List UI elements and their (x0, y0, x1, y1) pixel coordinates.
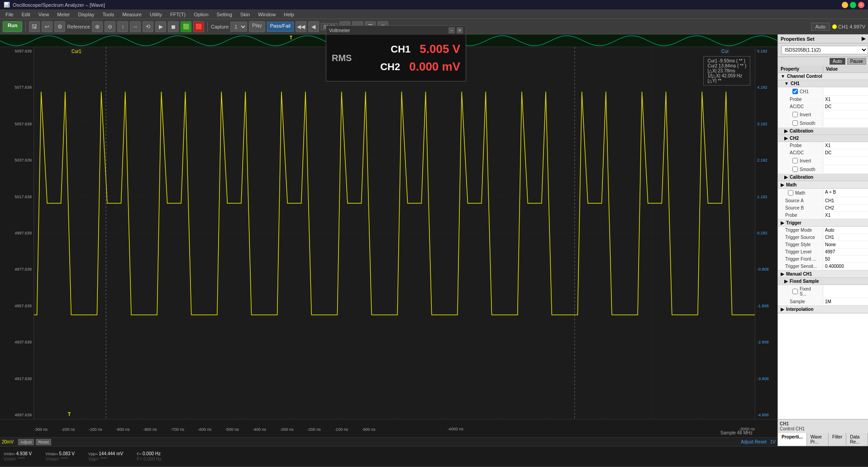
menu-utility[interactable]: Utility (146, 11, 166, 18)
ch1-value: 4.997V (849, 24, 865, 29)
math-checkbox[interactable] (788, 190, 793, 195)
math-section-header[interactable]: ▶ Math (778, 181, 868, 189)
x-axis-area: -300 ns -200 ns -100 ns -900 ns -800 ns … (0, 419, 777, 437)
menu-file[interactable]: File (2, 11, 17, 18)
toolbar-icon-5[interactable]: ⊖ (105, 21, 115, 32)
trigger-front-row: Trigger Front ... 50 (778, 256, 868, 263)
ch2-subsection-header[interactable]: ▶ CH2 (778, 135, 868, 142)
y-label-7: 4957.639 (2, 304, 32, 308)
scope-canvas (34, 47, 755, 419)
maximize-button[interactable]: □ (850, 2, 856, 8)
tab-wave[interactable]: Wave Pr... (807, 433, 829, 446)
tab-properties[interactable]: Properti... (778, 433, 807, 446)
tab-data[interactable]: Data Re... (846, 433, 868, 446)
toolbar-icon-3[interactable]: ⚙ (54, 21, 65, 32)
prev-nav[interactable]: ◀◀ (296, 21, 306, 32)
trigger-section-header[interactable]: ▶ Trigger (778, 219, 868, 227)
reset-button[interactable]: Reset (36, 439, 51, 445)
fixed-s-checkbox[interactable] (792, 289, 798, 294)
toolbar-separator (25, 22, 26, 32)
auto-button[interactable]: Auto (811, 23, 830, 31)
menu-tools[interactable]: Tools (99, 11, 118, 18)
capture-select[interactable]: 1 (230, 22, 247, 32)
interpolation-section: ▶ Interpolation (778, 306, 868, 314)
toolbar-icon-1[interactable]: 🖫 (29, 21, 40, 32)
menu-display[interactable]: Display (74, 11, 98, 18)
menu-measure[interactable]: Measure (119, 11, 145, 18)
trigger-style-row: Trigger Style None (778, 241, 868, 248)
ch2-smooth-checkbox[interactable] (792, 167, 798, 172)
menu-window[interactable]: Window (254, 11, 279, 18)
channel-control-header[interactable]: ▼ Channel Control (778, 73, 868, 80)
trigger-level-row: Trigger Level 4997 (778, 248, 868, 256)
prev-step[interactable]: ◀ (308, 21, 319, 32)
ch1-checkbox[interactable] (792, 89, 798, 94)
toolbar-icon-4[interactable]: ⊕ (92, 21, 103, 32)
adjust-button[interactable]: Adjust (18, 439, 34, 445)
smooth-checkbox[interactable] (792, 120, 798, 126)
toolbar-icon-6[interactable]: ↕ (117, 21, 128, 32)
toolbar-icon-9[interactable]: ▶ (155, 21, 166, 32)
toolbar-icon-7[interactable]: ↔ (130, 21, 141, 32)
f-stat: F= 0.000 Hz F= 0.000 Hz (137, 451, 162, 462)
math-probe-label: Probe (778, 212, 823, 218)
fixed-sample-header[interactable]: ▶ Fixed Sample (778, 278, 868, 285)
menu-setting[interactable]: Setting (213, 11, 236, 18)
vm-title: Voltmeter (329, 28, 350, 33)
menu-edit[interactable]: Edit (18, 11, 34, 18)
interp-expand-icon: ▶ (781, 307, 784, 312)
toolbar-icon-8[interactable]: ⟲ (143, 21, 153, 32)
menu-option[interactable]: Option (190, 11, 212, 18)
source-a-row: Source A CH1 (778, 197, 868, 205)
props-auto-button[interactable]: Auto (830, 58, 845, 65)
close-button[interactable]: ✕ (858, 2, 864, 8)
ch1-left-label: Cur1 (70, 49, 83, 54)
menu-skin[interactable]: Skin (237, 11, 253, 18)
manual-ch1-section: ▶ Manual CH1 ▶ Fixed Sample Fixed S... (778, 271, 868, 306)
toolbar-icon-12[interactable]: 🟥 (193, 21, 204, 32)
props-pause-button[interactable]: Pause (847, 58, 866, 65)
fixed-s-label-area: Fixed S... (778, 286, 823, 297)
menu-meter[interactable]: Meter (53, 11, 73, 18)
toolbar-icon-10[interactable]: ◼ (168, 21, 179, 32)
invert-checkbox[interactable] (792, 112, 798, 117)
ch1-subsection-header[interactable]: ▼ CH1 (778, 80, 868, 87)
interpolation-header[interactable]: ▶ Interpolation (778, 306, 868, 313)
source-a-val: CH1 (823, 198, 868, 204)
ch2-acdc-val: DC (823, 150, 868, 156)
menu-help[interactable]: Help (280, 11, 298, 18)
scope-view[interactable]: 5097.639 5077.639 5057.639 5037.639 5017… (0, 47, 777, 419)
cur2-info: Cur2 13.84ms ( ** ) (707, 63, 746, 68)
fixed-s-text: Fixed S... (800, 286, 817, 296)
ch2-invert-checkbox[interactable] (792, 158, 798, 163)
x-label-6: -600 ns (198, 427, 211, 432)
device-select[interactable]: ISDS205B(1.1)(2) (782, 46, 868, 54)
passfail-button[interactable]: Pass/Fail (267, 22, 294, 32)
col-value: Value (823, 66, 868, 73)
y-label-r-10: -4.808 (757, 413, 776, 417)
minimize-button[interactable]: – (842, 2, 848, 8)
toolbar-icon-2[interactable]: ↩ (42, 21, 52, 32)
run-button[interactable]: Run (3, 21, 22, 32)
scope-canvas-area[interactable]: Cur1 Cur Cur1 -9.93ms ( ** ) Cur2 13.84m… (34, 47, 755, 419)
vm-minimize[interactable]: – (448, 27, 455, 33)
ch2-calibration-row[interactable]: ▶ Calibration (778, 174, 868, 181)
props-panel: Properties Set ▶ ISDS205B(1.1)(2) Auto P… (777, 34, 868, 446)
props-col-header: Property Value (778, 66, 868, 73)
play-button[interactable]: Play (249, 21, 265, 32)
toolbar-icon-11[interactable]: 🟩 (181, 21, 191, 32)
vmin-stat: Vmin= 4.938 V Vmin= **** (4, 451, 32, 462)
vm-close[interactable]: ✕ (457, 27, 463, 33)
math-section: ▶ Math Math A + B Source A CH1 (778, 181, 868, 219)
invert-label-area: Invert (778, 111, 823, 118)
auto-ch1-area: Auto CH1 4.997V (811, 23, 865, 31)
trigger-style-label: Trigger Style (778, 242, 823, 248)
tab-filter[interactable]: Filter (829, 433, 846, 446)
menu-fft[interactable]: FFT(T) (167, 11, 189, 18)
calibration-row[interactable]: ▶ Calibration (778, 128, 868, 135)
math-label: Math (786, 182, 796, 187)
ch1-val (823, 88, 868, 95)
menu-view[interactable]: View (35, 11, 53, 18)
props-title: Properties Set (781, 36, 815, 42)
manual-ch1-header[interactable]: ▶ Manual CH1 (778, 271, 868, 278)
